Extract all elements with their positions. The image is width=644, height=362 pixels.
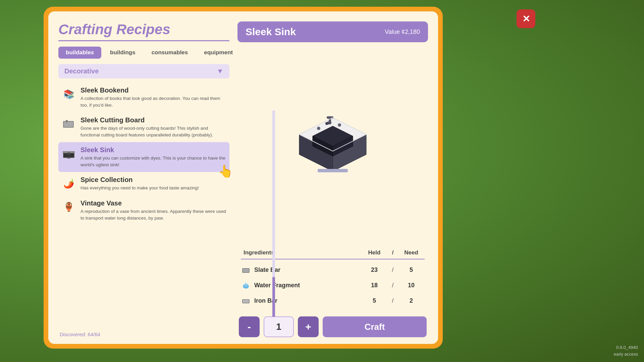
col-header-slash: / xyxy=(388,249,398,256)
discovered-count: Discovered: 64/64 xyxy=(58,331,229,337)
version-number: 0.9.0_4940 xyxy=(614,344,638,351)
recipe-text-cuttingboard: Sleek Cutting Board Gone are the days of… xyxy=(80,116,226,138)
recipe-name-bookend: Sleek Bookend xyxy=(80,86,226,94)
craft-controls: - 1 + Craft xyxy=(237,316,428,337)
svg-point-7 xyxy=(67,153,70,155)
ingredient-row: Iron Bar 5 / 2 xyxy=(241,293,425,308)
svg-rect-22 xyxy=(243,269,249,272)
col-header-held: Held xyxy=(361,249,388,256)
recipe-list: 📚 Sleek Bookend A collection of books th… xyxy=(58,82,229,328)
ingredient-need-iron: 2 xyxy=(398,297,425,304)
recipe-name-cuttingboard: Sleek Cutting Board xyxy=(80,116,226,124)
detail-item-value: Value ¢2,180 xyxy=(385,28,420,36)
title-underline xyxy=(58,40,229,41)
chevron-down-icon: ▼ xyxy=(217,67,223,75)
ingredient-icon-water xyxy=(241,280,251,290)
ingredient-row: Water Fragment 18 / 10 xyxy=(241,278,425,293)
recipe-text-spice: Spice Collection Has everything you need… xyxy=(80,176,226,191)
tab-equipment[interactable]: equipment xyxy=(197,47,240,59)
svg-rect-2 xyxy=(66,120,68,123)
inner-frame: ✕ Crafting Recipes buildables buildings … xyxy=(48,11,438,344)
ingredient-name-slate: Slate Bar xyxy=(241,265,361,275)
svg-rect-6 xyxy=(67,157,70,159)
tab-consumables[interactable]: consumables xyxy=(144,47,196,59)
svg-point-18 xyxy=(338,123,341,127)
decrease-quantity-button[interactable]: - xyxy=(239,316,260,337)
ingredient-slash-water: / xyxy=(388,282,398,289)
svg-rect-19 xyxy=(318,169,348,172)
svg-rect-26 xyxy=(243,300,249,303)
ingredient-icon-iron xyxy=(241,296,251,306)
ingredient-need-water: 10 xyxy=(398,282,425,289)
recipe-desc-vase: A reproduction of a vase from ancient ti… xyxy=(80,208,226,221)
ingredient-icon-slate xyxy=(241,265,251,275)
ingredient-need-slate: 5 xyxy=(398,266,425,274)
version-access: early access xyxy=(614,351,638,358)
item-image-sink xyxy=(289,108,376,181)
item-image-area xyxy=(237,42,428,247)
recipe-icon-vase: 🏺 xyxy=(62,200,76,214)
recipe-desc-spice: Has everything you need to make your foo… xyxy=(80,185,226,191)
recipe-name-sink: Sleek Sink xyxy=(80,146,226,154)
ingredients-section: Ingredients Held / Need Slate xyxy=(237,247,428,308)
version-info: 0.9.0_4940 early access xyxy=(614,344,638,357)
page-title: Crafting Recipes xyxy=(58,21,229,38)
close-button[interactable]: ✕ xyxy=(517,9,535,28)
right-panel: Sleek Sink Value ¢2,180 xyxy=(237,21,428,337)
list-item[interactable]: Sleek Sink A sink that you can customize… xyxy=(58,142,229,172)
list-item[interactable]: Sleek Cutting Board Gone are the days of… xyxy=(58,112,229,142)
col-header-ingredients: Ingredients xyxy=(241,249,361,256)
svg-rect-1 xyxy=(64,122,73,127)
recipe-text-sink: Sleek Sink A sink that you can customize… xyxy=(80,146,226,168)
ingredient-held-iron: 5 xyxy=(361,297,388,304)
increase-quantity-button[interactable]: + xyxy=(298,316,319,337)
recipe-icon-spice: 🌶️ xyxy=(62,177,76,191)
list-item[interactable]: 📚 Sleek Bookend A collection of books th… xyxy=(58,82,229,112)
left-panel: Crafting Recipes buildables buildings co… xyxy=(58,21,229,337)
ingredient-row: Slate Bar 23 / 5 xyxy=(241,262,425,278)
recipe-icon-cuttingboard xyxy=(62,117,76,131)
ingredient-slash-slate: / xyxy=(388,266,398,274)
category-label: Decorative xyxy=(64,67,99,75)
recipe-name-vase: Vintage Vase xyxy=(80,199,226,207)
tab-buildings[interactable]: buildings xyxy=(103,47,143,59)
scrollbar-thumb[interactable] xyxy=(272,277,275,317)
craft-button[interactable]: Craft xyxy=(323,316,427,337)
recipe-icon-sink xyxy=(62,147,76,161)
recipe-desc-sink: A sink that you can customize with dyes.… xyxy=(80,155,226,168)
recipe-icon-bookend: 📚 xyxy=(62,87,76,101)
recipe-desc-cuttingboard: Gone are the days of wood-only cutting b… xyxy=(80,125,226,138)
ingredients-table-header: Ingredients Held / Need xyxy=(241,247,425,259)
recipe-text-bookend: Sleek Bookend A collection of books that… xyxy=(80,86,226,108)
scrollbar-track[interactable] xyxy=(272,110,275,317)
recipe-desc-bookend: A collection of books that look good as … xyxy=(80,95,226,108)
recipe-text-vase: Vintage Vase A reproduction of a vase fr… xyxy=(80,199,226,221)
category-header[interactable]: Decorative ▼ xyxy=(58,64,229,78)
ingredient-name-water: Water Fragment xyxy=(241,280,361,290)
col-header-need: Need xyxy=(398,249,425,256)
recipe-name-spice: Spice Collection xyxy=(80,176,226,184)
ingredient-held-water: 18 xyxy=(361,282,388,289)
detail-header: Sleek Sink Value ¢2,180 xyxy=(237,21,428,42)
list-item[interactable]: 🌶️ Spice Collection Has everything you n… xyxy=(58,172,229,195)
tabs-container: buildables buildings consumables equipme… xyxy=(58,47,229,59)
tab-buildables[interactable]: buildables xyxy=(58,47,101,59)
outer-frame: ✕ Crafting Recipes buildables buildings … xyxy=(44,7,443,349)
ingredient-slash-iron: / xyxy=(388,297,398,304)
ingredient-held-slate: 23 xyxy=(361,266,388,274)
quantity-display: 1 xyxy=(264,316,294,337)
svg-point-17 xyxy=(317,127,320,130)
list-item[interactable]: 🏺 Vintage Vase A reproduction of a vase … xyxy=(58,195,229,225)
detail-item-title: Sleek Sink xyxy=(246,26,296,38)
ingredient-name-iron: Iron Bar xyxy=(241,296,361,306)
